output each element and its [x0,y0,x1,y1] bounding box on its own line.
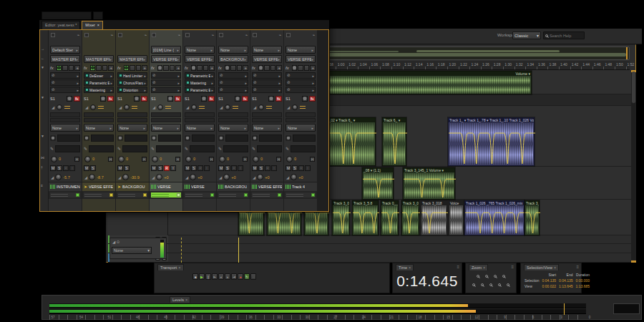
arm-record-button[interactable]: R [63,165,69,171]
mute-button[interactable]: M [252,165,258,171]
fx-slot-empty[interactable]: ⊘▸ [50,87,80,93]
eq-graph[interactable] [89,145,114,152]
output-select[interactable]: MASTER EFF▸ [84,55,114,63]
eq-edit-icon[interactable]: ✎ [218,146,222,151]
volume-value[interactable]: -30.9 [130,175,140,180]
volume-value[interactable]: +0 [298,175,303,180]
eq-graph[interactable] [190,145,215,152]
stereo-width-icon[interactable]: H [142,157,147,162]
stereo-width-icon[interactable]: H [209,157,214,162]
strip-select-box[interactable] [118,33,122,37]
fx-enabled-checkbox[interactable] [186,81,190,84]
selection-duration[interactable]: 0:00.000 [575,278,591,283]
mute-button[interactable]: M [151,165,157,171]
fx-freeze-button[interactable] [304,65,310,71]
pan-knob[interactable] [219,156,225,162]
tab-selection-view[interactable]: Selection/View× [524,264,559,270]
stereo-width-icon[interactable]: H [108,157,113,162]
volume-value[interactable]: +0 [164,175,168,180]
track-color-chip[interactable] [210,193,214,197]
eq-graph[interactable] [158,135,181,142]
fx-power-button[interactable] [258,65,264,71]
fx-prepost-button[interactable] [298,65,303,71]
sends-power-button[interactable] [201,96,207,102]
solo-button[interactable]: S [124,165,130,171]
send-assign-select[interactable]: None▸ [151,124,181,132]
zoom-to-selection-button[interactable] [471,282,477,288]
fx-power-button[interactable] [124,65,130,71]
stereo-width-icon[interactable]: H [74,157,79,162]
fx-add-button[interactable]: + [276,65,282,71]
collapse-eq-icon[interactable]: ▼ [41,134,44,138]
search-input[interactable] [550,34,582,38]
eq-graph[interactable] [291,145,316,152]
fx-slot[interactable]: Hard Limiter▸ [117,72,147,79]
track-color-chip[interactable] [244,193,248,197]
volume-knob[interactable] [156,174,162,180]
fx-prepost-button[interactable] [130,65,135,71]
volume-value[interactable]: +0 [265,175,269,180]
sends-prefader-button[interactable]: f+ [141,96,147,102]
fx-add-button[interactable]: + [310,65,316,71]
audio-clip[interactable]: Track 3_072 [401,200,419,235]
sends-power-button[interactable] [100,96,106,102]
mute-button[interactable]: M [185,165,190,171]
strip-select-box[interactable] [185,33,190,37]
fast-forward-button[interactable]: » [225,273,230,280]
fx-enabled-checkbox[interactable] [85,74,89,77]
input-select[interactable]: None▸ [252,46,282,54]
output-select[interactable]: MASTER EFF▸ [50,55,80,63]
fx-slot-empty[interactable]: ⊘▸ [286,72,316,79]
fx-slot[interactable]: Parametric Eq▸ [84,79,114,86]
strip-select-box[interactable] [51,33,55,37]
solo-button[interactable]: S [292,165,298,171]
zoom-out-point-button[interactable] [488,282,494,288]
strip-name[interactable]: INSTRUMEN [57,185,80,189]
stereo-width-icon[interactable]: H [276,157,281,162]
strip-select-box[interactable] [253,33,257,37]
solo-button[interactable]: S [225,165,230,171]
selection-end[interactable]: 0:04.135 [557,278,574,283]
fx-slot[interactable]: Distortion▸ [117,87,147,93]
pan-value[interactable]: 0 [193,157,208,161]
move-playhead-to-next-button[interactable]: ⇥ [231,273,237,280]
sends-prefader-button[interactable]: f+ [275,96,282,102]
track-color-chip[interactable] [177,193,180,197]
fx-slot-empty[interactable]: ⊘▸ [50,72,80,79]
sends-power-button[interactable] [67,96,72,102]
audio-clip[interactable]: Track 1_ ▾ Track 1_.78 ▾ Track 1_.10 Tra… [448,117,535,166]
track-color-bar[interactable] [151,192,181,197]
scrollbar-thumb[interactable] [632,72,635,103]
arm-record-button[interactable]: R [197,165,203,171]
track-color-bar[interactable] [252,192,282,197]
send-knob[interactable] [258,104,264,110]
move-playhead-to-previous-button[interactable]: ⇤ [212,273,218,280]
fx-slot[interactable]: Parametric Eq (▸ [185,87,215,93]
send-slot[interactable] [151,118,181,123]
eq-power-button[interactable] [253,135,258,140]
zoom-full-button[interactable] [497,282,502,288]
fx-slot-empty[interactable]: ⊘▸ [286,79,316,86]
send-slot[interactable] [185,118,215,123]
input-select[interactable]: None▸ [218,46,248,54]
volume-knob[interactable] [291,174,297,180]
input-monitor-button[interactable]: I [238,165,243,171]
volume-value[interactable]: +0 [197,175,202,180]
fx-slot-empty[interactable]: ⊘▸ [252,72,282,79]
eq-edit-icon[interactable]: ✎ [286,146,289,151]
track-color-chip[interactable] [311,193,315,197]
sends-prefader-button[interactable]: f+ [242,96,248,102]
fx-prepost-button[interactable] [197,65,203,71]
solo-button[interactable]: S [57,165,62,171]
volume-knob[interactable] [89,174,95,180]
fx-enabled-checkbox[interactable] [119,81,122,84]
solo-button[interactable]: S [258,165,264,171]
close-icon[interactable]: × [483,265,485,270]
sends-prefader-button[interactable]: f+ [208,96,215,102]
send-slot[interactable] [84,112,114,117]
sends-power-button[interactable] [167,96,173,102]
fx-freeze-button[interactable] [69,65,74,71]
tab-mixer[interactable]: Mixer× [82,21,103,29]
send-slot[interactable] [117,112,147,117]
input-monitor-button[interactable]: I [170,165,176,171]
